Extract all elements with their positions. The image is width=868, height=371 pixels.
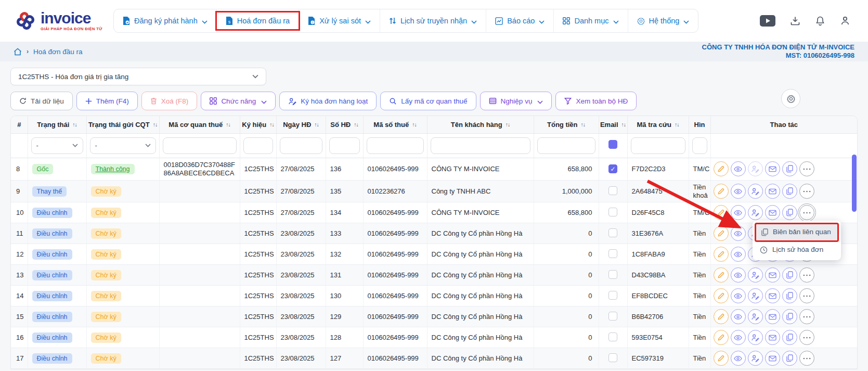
email-button[interactable] — [765, 161, 780, 176]
functions-button[interactable]: Chức năng — [201, 92, 276, 110]
email-checkbox[interactable] — [608, 353, 617, 362]
filter-cqt-status-select[interactable]: - — [90, 137, 156, 154]
sign-button[interactable] — [748, 351, 763, 366]
bell-icon[interactable] — [815, 16, 825, 26]
filter-total-input[interactable] — [537, 137, 595, 154]
filter-serial-input[interactable] — [243, 137, 273, 154]
view-button[interactable] — [731, 205, 746, 220]
email-button[interactable] — [765, 351, 780, 366]
home-icon[interactable] — [14, 48, 22, 56]
sign-button[interactable] — [748, 205, 763, 220]
view-button[interactable] — [731, 267, 746, 283]
column-header[interactable]: Mã số thuế↑↓ — [363, 116, 427, 133]
edit-button[interactable] — [714, 309, 729, 324]
filter-status-select[interactable]: - — [31, 137, 83, 154]
view-button[interactable] — [731, 309, 746, 324]
edit-button[interactable] — [714, 351, 729, 366]
email-checkbox[interactable] — [608, 228, 617, 237]
edit-button[interactable] — [714, 288, 729, 303]
email-checkbox[interactable]: ✓ — [608, 164, 617, 173]
view-all-button[interactable]: Xem toàn bộ HĐ — [555, 92, 637, 110]
sign-button[interactable] — [748, 184, 763, 199]
filter-lookup-input[interactable] — [631, 137, 685, 154]
get-tax-code-button[interactable]: Lấy mã cơ quan thuế — [380, 92, 476, 110]
column-header[interactable]: Trạng thái↑↓ — [28, 116, 86, 133]
copy-button[interactable] — [782, 161, 797, 176]
column-header[interactable]: Mã cơ quan thuế↑↓ — [159, 116, 240, 133]
email-checkbox[interactable] — [608, 186, 617, 195]
email-button[interactable] — [765, 205, 780, 220]
edit-button[interactable] — [714, 267, 729, 283]
context-menu-item[interactable]: Biên bản liên quan — [755, 223, 839, 242]
column-header[interactable]: Email↑↓ — [599, 116, 627, 133]
more-button[interactable] — [799, 184, 814, 199]
email-checkbox[interactable] — [608, 332, 617, 341]
add-button[interactable]: Thêm (F4) — [76, 92, 138, 110]
more-button[interactable] — [799, 161, 814, 176]
email-checkbox[interactable] — [608, 249, 617, 258]
filter-payment-input[interactable] — [692, 137, 707, 154]
context-menu-item[interactable]: Lịch sử hóa đơn — [755, 242, 839, 258]
sign-button[interactable] — [748, 309, 763, 324]
more-button[interactable] — [799, 309, 814, 324]
email-checkbox[interactable] — [608, 270, 617, 279]
nav-hoa-don-dau-ra[interactable]: sHoá đơn đầu ra — [217, 9, 299, 32]
operations-button[interactable]: Nghiệp vụ — [480, 92, 552, 110]
copy-button[interactable] — [782, 351, 797, 366]
reload-button[interactable]: Tải dữ liệu — [10, 92, 73, 110]
view-button[interactable] — [731, 330, 746, 345]
view-button[interactable] — [731, 161, 746, 176]
nav-bao-cao[interactable]: Báo cáo — [486, 9, 554, 32]
delete-button[interactable]: Xoá (F8) — [141, 92, 198, 110]
sign-button[interactable] — [748, 267, 763, 283]
edit-button[interactable] — [714, 247, 729, 262]
nav-dang-ky-phat-hanh[interactable]: Đăng ký phát hành — [114, 9, 217, 32]
view-button[interactable] — [731, 351, 746, 366]
invoice-type-select[interactable]: 1C25THS - Hóa đơn giá trị gia tăng — [10, 68, 266, 85]
edit-button[interactable] — [714, 184, 729, 199]
copy-button[interactable] — [782, 309, 797, 324]
email-button[interactable] — [765, 288, 780, 303]
filter-email-checkbox[interactable] — [608, 140, 617, 149]
download-icon[interactable] — [790, 16, 800, 26]
nav-xu-ly-sai-sot[interactable]: !Xử lý sai sót — [299, 9, 380, 32]
view-button[interactable] — [731, 288, 746, 303]
filter-customer-input[interactable] — [431, 137, 530, 154]
view-button[interactable] — [731, 184, 746, 199]
table-settings-button[interactable] — [781, 89, 800, 108]
email-button[interactable] — [765, 184, 780, 199]
sign-button[interactable] — [748, 330, 763, 345]
copy-button[interactable] — [782, 205, 797, 220]
column-header[interactable]: Mã tra cứu↑↓ — [627, 116, 689, 133]
filter-date-input[interactable] — [280, 137, 322, 154]
email-button[interactable] — [765, 267, 780, 283]
email-checkbox[interactable] — [608, 208, 617, 216]
sign-button[interactable] — [748, 288, 763, 303]
column-header[interactable]: Tổng tiền↑↓ — [534, 116, 599, 133]
more-button[interactable] — [799, 330, 814, 345]
more-button[interactable] — [799, 267, 814, 283]
edit-button[interactable] — [714, 330, 729, 345]
column-header[interactable]: Ký hiệu↑↓ — [240, 116, 276, 133]
nav-he-thong[interactable]: Hệ thống — [628, 9, 698, 32]
column-header[interactable]: Trạng thái gửi CQT↑↓ — [86, 116, 159, 133]
vertical-scrollbar[interactable] — [852, 155, 857, 212]
user-icon[interactable] — [840, 16, 850, 26]
copy-button[interactable] — [782, 267, 797, 283]
edit-button[interactable] — [714, 205, 729, 220]
edit-button[interactable] — [714, 161, 729, 176]
column-header[interactable]: Tên khách hàng↑↓ — [427, 116, 534, 133]
column-header[interactable]: Ngày HĐ↑↓ — [276, 116, 326, 133]
copy-button[interactable] — [782, 184, 797, 199]
filter-tax-code-input[interactable] — [367, 137, 424, 154]
more-button[interactable] — [799, 351, 814, 366]
nav-danh-muc[interactable]: Danh mục — [554, 9, 628, 32]
copy-button[interactable] — [782, 330, 797, 345]
sign-button[interactable] — [748, 161, 763, 176]
edit-button[interactable] — [714, 226, 729, 241]
view-button[interactable] — [731, 247, 746, 262]
email-button[interactable] — [765, 330, 780, 345]
youtube-icon[interactable] — [760, 15, 775, 27]
bulk-sign-button[interactable]: Ký hóa đơn hàng loạt — [279, 92, 377, 110]
filter-invoice-number-input[interactable] — [329, 137, 360, 154]
